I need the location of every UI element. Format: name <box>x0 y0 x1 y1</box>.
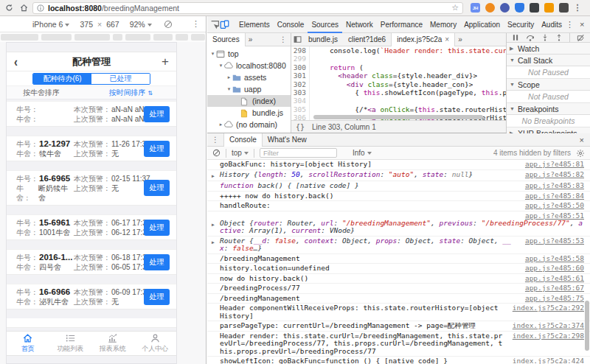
bookmark-star-icon[interactable]: ☆ <box>451 3 459 13</box>
drawer-close-icon[interactable]: × <box>580 136 590 144</box>
line-number[interactable]: 302 <box>291 80 310 88</box>
context-select[interactable]: top <box>232 149 249 157</box>
tree-caret-icon[interactable]: ▸ <box>218 122 224 127</box>
console-filter-input[interactable] <box>260 148 337 158</box>
handle-button[interactable]: 处理 <box>144 106 170 122</box>
editor-horizontal-scrollbar[interactable] <box>310 115 503 119</box>
extension-qr-icon[interactable] <box>559 3 569 13</box>
throttle-icon[interactable] <box>164 20 173 29</box>
nav-item-user[interactable]: 个人中心 <box>134 332 177 355</box>
pretty-print-icon[interactable]: {} <box>296 123 305 131</box>
back-chevron-icon[interactable]: ‹ <box>14 54 18 69</box>
handle-button[interactable]: 处理 <box>144 141 170 157</box>
devtools-tab-memory[interactable]: Memory <box>426 16 460 33</box>
console-source-link[interactable]: app.js?e485:82 <box>525 171 584 179</box>
app-tab-0[interactable]: 配种待办(6) <box>33 74 91 84</box>
url-bar[interactable]: localhost:8080/breedingManagement ☆ <box>32 2 463 14</box>
tree-item-bundle-js[interactable]: bundle.js <box>207 107 291 119</box>
handle-button[interactable]: 处理 <box>144 220 170 236</box>
console-source-link[interactable]: app.js?e485:81 <box>525 161 584 169</box>
devtools-tab-console[interactable]: Console <box>274 16 308 33</box>
line-number[interactable]: 303 <box>291 88 310 97</box>
console-source-link[interactable]: app.js?e485:75 <box>525 295 584 303</box>
code-line[interactable]: 298 console.log(`Header render: this.sta… <box>291 46 506 55</box>
code-line[interactable]: 304 <box>291 97 506 105</box>
code-line[interactable]: 300 return ( <box>291 63 506 71</box>
extension-blue-circle-icon[interactable] <box>500 3 510 13</box>
tree-item-top[interactable]: ▾top <box>207 48 291 60</box>
tree-item-localhost-8080[interactable]: ▾localhost:8080 <box>207 60 291 71</box>
sidebar-section-breakpoints[interactable]: ▼Breakpoints <box>507 103 590 115</box>
reload-icon[interactable] <box>3 2 15 14</box>
clear-console-icon[interactable] <box>212 149 221 157</box>
page-info-icon[interactable] <box>37 4 44 12</box>
console-source-link[interactable]: app.js?e485:83 <box>525 182 584 190</box>
sidebar-section-scope[interactable]: ▼Scope <box>507 79 590 91</box>
editor-tab-client-1de6[interactable]: client?1de6 <box>343 33 391 46</box>
code-editor[interactable]: 298 console.log(`Header render: this.sta… <box>291 46 506 120</box>
devtools-tab-performance[interactable]: Performance <box>377 16 426 33</box>
console-tab-console[interactable]: Console <box>223 133 263 147</box>
home-icon[interactable] <box>18 2 30 14</box>
inspect-element-icon[interactable] <box>210 18 220 31</box>
pause-script-icon[interactable] <box>512 34 519 41</box>
nav-item-list[interactable]: 功能列表 <box>49 332 92 355</box>
tree-item-assets[interactable]: ▸assets <box>207 71 291 83</box>
line-number[interactable]: 304 <box>291 97 310 105</box>
log-level-select[interactable]: Info <box>353 149 372 157</box>
viewport-width[interactable]: 375 <box>80 20 93 29</box>
handle-button[interactable]: 处理 <box>144 254 170 270</box>
devtools-tab-application[interactable]: Application <box>460 16 504 33</box>
extension-orange-flame-icon[interactable] <box>485 3 495 13</box>
drawer-menu-icon[interactable]: ⋮ <box>207 136 223 144</box>
code-line[interactable]: 303 { this.showLeftIcon(pageType, this.p… <box>291 88 506 97</box>
device-toolbar-menu-icon[interactable]: ⋮ <box>192 19 200 29</box>
console-source-link[interactable]: app.js?e485:84 <box>525 192 584 200</box>
close-tab-icon[interactable]: × <box>445 35 449 43</box>
console-scrollbar[interactable] <box>585 301 589 351</box>
editor-tab-index-js-5c2a[interactable]: index.js?5c2a× <box>391 33 455 46</box>
expand-caret-icon[interactable]: ▶ <box>212 171 220 181</box>
console-source-link[interactable]: app.js?e485:67 <box>525 284 584 293</box>
code-line[interactable]: 301 <header class={style.header_div}> <box>291 71 506 80</box>
sort-by-time[interactable]: 按时间排序 ⇅ <box>109 88 153 98</box>
tree-caret-icon[interactable]: ▸ <box>226 74 232 80</box>
extension-jh-icon[interactable]: JH <box>471 3 480 13</box>
tree-caret-icon[interactable]: ▾ <box>218 63 224 69</box>
console-tab-what-s-new[interactable]: What's New <box>263 133 312 147</box>
devtools-tab-network[interactable]: Network <box>342 16 377 33</box>
console-source-link[interactable]: app.js?e485:50 <box>525 202 584 210</box>
device-width-ruler[interactable] <box>0 32 206 42</box>
editor-tab-bundle-js[interactable]: bundle.js <box>303 33 343 46</box>
devtools-tab-security[interactable]: Security <box>504 16 538 33</box>
app-tab-1[interactable]: 已处理 <box>91 74 150 84</box>
step-out-icon[interactable] <box>555 34 563 41</box>
tree-item--no-domain-[interactable]: ▸(no domain) <box>207 119 291 130</box>
extension-film-icon[interactable] <box>530 3 539 13</box>
sort-by-barn[interactable]: 按牛舍排序 <box>23 88 60 98</box>
devtools-menu-icon[interactable]: ⋮ <box>566 20 574 29</box>
console-source-link[interactable]: index.js?5c2a:424 <box>513 357 584 364</box>
line-number[interactable]: 301 <box>291 71 310 80</box>
console-settings-icon[interactable] <box>576 149 585 158</box>
add-icon[interactable]: + <box>162 55 169 69</box>
console-source-link[interactable]: index.js?5c2a:292 <box>513 304 584 312</box>
sidebar-section-watch[interactable]: ▶Watch <box>507 43 590 55</box>
tree-item-uapp[interactable]: ▾uapp <box>207 83 291 95</box>
nav-item-chart[interactable]: 报表系统 <box>91 332 134 355</box>
nav-item-home[interactable]: 首页 <box>7 332 49 355</box>
console-source-link[interactable]: index.js?5c2a:374 <box>513 322 584 330</box>
code-line[interactable]: 305 {/*<a onClick={this.state.routerHist… <box>291 105 506 113</box>
sidebar-section-call-stack[interactable]: ▼Call Stack <box>507 55 590 66</box>
extension-orange-grid-icon[interactable] <box>544 3 554 13</box>
navigator-tab-sources[interactable]: Sources <box>207 33 246 46</box>
handle-button[interactable]: 处理 <box>144 180 170 196</box>
tree-item--index-[interactable]: (index) <box>207 95 291 107</box>
extension-shield-icon[interactable] <box>515 3 524 13</box>
line-number[interactable]: 305 <box>291 105 310 113</box>
tree-caret-icon[interactable]: ▾ <box>209 51 216 57</box>
code-line[interactable]: 299 <box>291 55 506 63</box>
expand-caret-icon[interactable]: ▶ <box>212 220 220 229</box>
step-over-icon[interactable] <box>526 34 535 41</box>
navigator-more-tabs[interactable]: » <box>246 35 256 43</box>
